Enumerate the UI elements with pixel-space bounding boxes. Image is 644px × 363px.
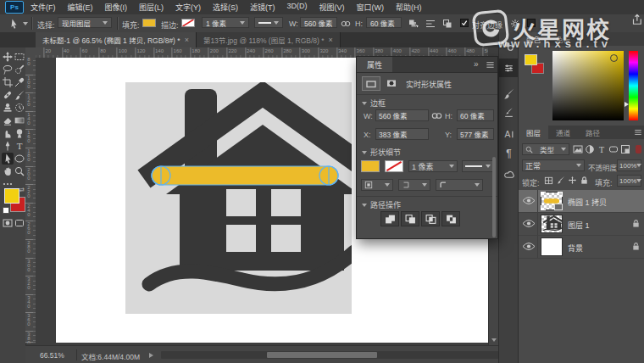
select-mode-dropdown[interactable]: 现用图层: [58, 17, 112, 28]
collapse-panel-icon[interactable]: »: [474, 59, 479, 69]
layer-thumbnail[interactable]: [541, 215, 563, 233]
menu-item[interactable]: 图像(I): [105, 2, 128, 13]
pen-tool[interactable]: [2, 140, 14, 152]
fill-color-swatch[interactable]: [142, 19, 156, 27]
zoom-tool[interactable]: [14, 165, 25, 177]
layer-thumbnail[interactable]: [541, 237, 563, 256]
ellipse-tool[interactable]: [14, 153, 25, 165]
quick-select-tool[interactable]: [14, 64, 25, 75]
shape-details-section-header[interactable]: 形状细节: [362, 147, 401, 158]
lock-transparent-icon[interactable]: [544, 176, 554, 186]
layer-visibility-toggle[interactable]: [522, 196, 536, 205]
clone-stamp-tool[interactable]: [2, 102, 14, 114]
zoom-level-field[interactable]: 66.51%: [40, 351, 64, 360]
pathop-subtract-button[interactable]: [401, 211, 419, 226]
swatches-panel-icon[interactable]: [502, 39, 515, 53]
tool-options-gear-button[interactable]: [508, 18, 522, 30]
swap-colors-icon[interactable]: ⇄: [19, 187, 25, 193]
live-shape-toggle[interactable]: [362, 76, 380, 91]
close-tab-icon[interactable]: ×: [185, 36, 189, 44]
stroke-corner-dropdown[interactable]: [436, 179, 483, 191]
pathop-exclude-button[interactable]: [441, 211, 460, 226]
layers-panel-tab[interactable]: 图层: [519, 126, 548, 139]
shape-height-input[interactable]: 60 像素: [366, 17, 402, 28]
menu-item[interactable]: 帮助(H): [396, 2, 422, 13]
healing-brush-tool[interactable]: [2, 89, 14, 101]
horizontal-scrollbar[interactable]: [161, 351, 507, 359]
stroke-align-dropdown[interactable]: [361, 179, 393, 191]
document-tab[interactable]: 未标题-1 @ 66.5% (椭圆 1 拷贝, RGB/8#) *×: [36, 32, 197, 47]
layer-row[interactable]: 椭圆 1 拷贝: [519, 190, 644, 213]
status-menu-arrow-icon[interactable]: [149, 353, 153, 358]
shape-filter-icon[interactable]: [608, 144, 619, 155]
brushes-panel-icon[interactable]: [502, 105, 515, 119]
current-tool-button[interactable]: [7, 18, 20, 30]
layer-name[interactable]: 椭圆 1 拷贝: [568, 197, 607, 208]
smart-filter-icon[interactable]: [620, 144, 631, 155]
type-filter-icon[interactable]: T: [597, 144, 608, 155]
path-operations-button[interactable]: [407, 18, 420, 30]
adjustments-panel-icon[interactable]: [502, 188, 515, 202]
hue-slider[interactable]: [629, 51, 638, 120]
lock-paint-icon[interactable]: [556, 176, 566, 186]
lasso-tool[interactable]: [2, 64, 14, 75]
layer-fill-field[interactable]: 100%: [617, 175, 641, 187]
properties-tab[interactable]: 属性: [357, 57, 392, 72]
properties-panel-icon[interactable]: [502, 61, 515, 75]
align-edges-checkbox[interactable]: [460, 19, 469, 27]
tool-preset-caret-icon[interactable]: [23, 22, 28, 25]
shape-h-field[interactable]: 60 像素: [457, 109, 494, 121]
saturation-brightness-field[interactable]: [552, 51, 624, 120]
opacity-field[interactable]: 100%: [617, 159, 641, 171]
menu-item[interactable]: 图层(L): [139, 2, 164, 13]
layers-panel-tab[interactable]: 通道: [548, 126, 578, 139]
stroke-cap-dropdown[interactable]: [398, 179, 430, 191]
path-arrangement-button[interactable]: [441, 18, 454, 30]
foreground-color-swatch[interactable]: [525, 54, 537, 65]
layers-panel-menu-icon[interactable]: [634, 128, 642, 137]
menu-item[interactable]: 视图(V): [319, 2, 345, 13]
character-panel-icon[interactable]: A: [502, 127, 515, 141]
type-tool[interactable]: T: [14, 140, 25, 152]
filter-toggle-icon[interactable]: [636, 145, 641, 154]
path-selection-tool[interactable]: [2, 153, 14, 165]
marquee-tool[interactable]: [14, 51, 25, 63]
move-tool[interactable]: [2, 51, 14, 63]
stroke-width-dropdown[interactable]: 1 像素: [202, 17, 249, 28]
lock-move-icon[interactable]: [568, 176, 578, 186]
layer-row[interactable]: 背景: [519, 236, 644, 259]
bounds-section-header[interactable]: 边框: [362, 98, 386, 109]
stroke-width-dropdown[interactable]: 1 像素: [408, 160, 458, 172]
layer-thumbnail[interactable]: [541, 192, 563, 210]
menu-item[interactable]: 窗口(W): [357, 2, 385, 13]
stroke-style-dropdown[interactable]: [254, 17, 283, 28]
pathop-combine-button[interactable]: [380, 211, 399, 226]
house-artwork[interactable]: [125, 82, 352, 314]
layer-visibility-toggle[interactable]: [522, 219, 536, 228]
obscured-checkbox[interactable]: [527, 19, 536, 27]
wh-link-icon[interactable]: [431, 110, 442, 121]
shape-stroke-swatch[interactable]: [385, 160, 403, 172]
quick-mask-button[interactable]: [2, 217, 14, 229]
document-tab[interactable]: 第13节.jpg @ 118% (图层 1, RGB/8) *×: [197, 32, 341, 47]
color-panel-tab[interactable]: 色板: [548, 32, 578, 46]
brush-settings-panel-icon[interactable]: [502, 87, 515, 100]
menu-item[interactable]: 滤镜(T): [250, 2, 275, 13]
gradient-tool[interactable]: [14, 114, 25, 126]
brush-tool[interactable]: [14, 89, 25, 101]
shape-w-field[interactable]: 560 像素: [375, 109, 429, 121]
foreground-color-swatch[interactable]: [4, 188, 19, 204]
hand-tool[interactable]: [2, 165, 14, 177]
menu-item[interactable]: 3D(D): [287, 2, 308, 13]
pixel-filter-icon[interactable]: [573, 144, 584, 155]
history-brush-tool[interactable]: [14, 102, 25, 114]
default-colors-icon[interactable]: [3, 207, 9, 214]
shape-x-field[interactable]: 383 像素: [375, 128, 429, 140]
mask-toggle[interactable]: [383, 76, 400, 89]
stroke-color-swatch[interactable]: [181, 19, 195, 27]
color-field-marker[interactable]: [610, 54, 618, 62]
screen-mode-button[interactable]: [14, 217, 25, 229]
layers-panel-tab[interactable]: 路径: [578, 126, 608, 139]
menu-item[interactable]: 编辑(E): [68, 2, 93, 13]
lock-all-icon[interactable]: [580, 176, 590, 186]
